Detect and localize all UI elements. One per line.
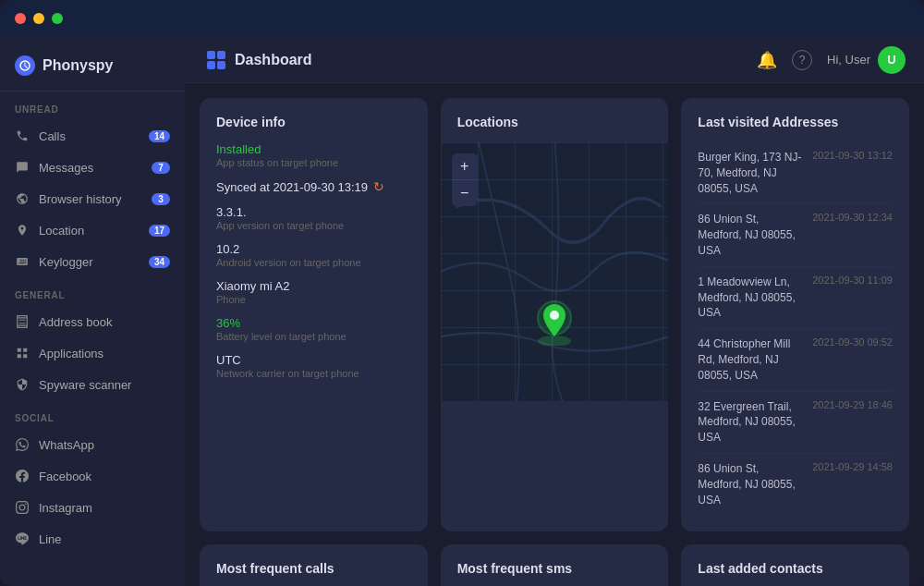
map-zoom-out[interactable]: − xyxy=(452,180,478,206)
address-row: Burger King, 173 NJ-70, Medford, NJ 0805… xyxy=(698,142,893,204)
calls-badge: 14 xyxy=(149,130,170,142)
map-zoom-in[interactable]: + xyxy=(452,153,478,179)
close-button[interactable] xyxy=(15,13,26,24)
logo-text: Phonyspy xyxy=(43,57,113,74)
device-phone-value: Xiaomy mi A2 xyxy=(216,279,411,293)
svg-rect-3 xyxy=(18,354,21,358)
applications-icon xyxy=(15,346,30,360)
location-icon xyxy=(15,223,30,238)
sidebar-item-browser-history[interactable]: Browser history 3 xyxy=(0,183,185,214)
device-info-card: Device info Installed App status on targ… xyxy=(200,98,428,531)
address-row: 1 Meadowview Ln, Medford, NJ 08055, USA2… xyxy=(698,267,893,329)
device-synced-value: Synced at 2021-09-30 13:19 ↻ xyxy=(216,179,411,194)
device-android-value: 10.2 xyxy=(216,242,411,256)
greeting-text: Hi, User xyxy=(827,53,870,67)
facebook-icon xyxy=(15,469,30,483)
last-visited-card: Last visited Addresses Burger King, 173 … xyxy=(681,98,909,531)
help-icon[interactable]: ? xyxy=(792,50,812,70)
sidebar-item-spyware-scanner[interactable]: Spyware scanner xyxy=(0,369,185,400)
last-visited-title: Last visited Addresses xyxy=(698,115,893,129)
address-book-label: Address book xyxy=(39,315,113,329)
applications-label: Applications xyxy=(39,347,103,360)
sidebar-item-applications[interactable]: Applications xyxy=(0,337,185,369)
sidebar: Phonyspy UNREAD Calls 14 Messages 7 Brow… xyxy=(0,37,185,586)
address-time: 2021-09-30 12:34 xyxy=(812,212,893,223)
device-phone-field: Xiaomy mi A2 Phone xyxy=(216,279,411,305)
map-pin xyxy=(536,299,573,346)
device-status-field: Installed App status on target phone xyxy=(216,142,411,168)
device-android-label: Android version on target phone xyxy=(216,257,411,268)
device-version-value: 3.3.1. xyxy=(216,205,411,219)
spyware-scanner-label: Spyware scanner xyxy=(39,378,131,392)
address-row: 44 Christopher Mill Rd, Medford, NJ 0805… xyxy=(698,329,893,391)
keylogger-label: Keylogger xyxy=(39,255,93,269)
avatar: U xyxy=(878,46,906,74)
last-contacts-card: Last added contacts Addy J2021-09-30 10:… xyxy=(681,544,909,586)
device-phone-label: Phone xyxy=(216,294,411,305)
whatsapp-label: WhatsApp xyxy=(39,438,94,452)
sidebar-item-whatsapp[interactable]: WhatsApp xyxy=(0,429,185,460)
notification-icon[interactable]: 🔔 xyxy=(757,50,777,70)
sidebar-item-messages[interactable]: Messages 7 xyxy=(0,152,185,183)
sidebar-item-keylogger[interactable]: Keylogger 34 xyxy=(0,246,185,277)
svg-point-7 xyxy=(550,311,559,320)
address-time: 2021-09-30 11:09 xyxy=(812,275,893,286)
browser-icon xyxy=(15,191,30,206)
dashboard-title: Dashboard xyxy=(235,52,312,68)
device-status-label: App status on target phone xyxy=(216,157,411,168)
address-time: 2021-09-30 09:52 xyxy=(812,336,893,348)
address-text: 44 Christopher Mill Rd, Medford, NJ 0805… xyxy=(698,336,805,383)
content-grid: Device info Installed App status on targ… xyxy=(185,83,924,586)
messages-label: Messages xyxy=(39,161,93,175)
address-row: 32 Evergreen Trail, Medford, NJ 08055, U… xyxy=(698,392,893,454)
sidebar-item-calls[interactable]: Calls 14 xyxy=(0,120,185,152)
maximize-button[interactable] xyxy=(52,13,63,24)
location-badge: 17 xyxy=(149,225,170,237)
svg-rect-1 xyxy=(18,348,21,352)
address-time: 2021-09-30 13:12 xyxy=(812,150,893,161)
calls-icon xyxy=(15,128,30,143)
main-content: Dashboard 🔔 ? Hi, User U Device info Ins… xyxy=(185,37,924,586)
device-battery-value: 36% xyxy=(216,316,411,330)
device-battery-label: Battery level on target phone xyxy=(216,331,411,342)
last-contacts-title: Last added contacts xyxy=(698,561,893,576)
address-text: 86 Union St, Medford, NJ 08055, USA xyxy=(698,212,805,258)
device-version-field: 3.3.1. App version on target phone xyxy=(216,205,411,231)
map-container: + − xyxy=(441,142,669,401)
address-text: 1 Meadowview Ln, Medford, NJ 08055, USA xyxy=(698,275,805,321)
device-network-value: UTC xyxy=(216,353,411,367)
map-controls: + − xyxy=(452,153,478,206)
device-android-field: 10.2 Android version on target phone xyxy=(216,242,411,268)
device-version-label: App version on target phone xyxy=(216,220,411,231)
device-info-title: Device info xyxy=(216,115,411,129)
svg-rect-4 xyxy=(23,354,27,358)
address-time: 2021-09-29 14:58 xyxy=(812,461,893,472)
sidebar-item-line[interactable]: Line xyxy=(0,523,185,555)
device-network-field: UTC Network carrier on target phone xyxy=(216,353,411,379)
avatar-initial: U xyxy=(887,53,895,67)
topnav: Dashboard 🔔 ? Hi, User U xyxy=(185,37,924,83)
sidebar-item-facebook[interactable]: Facebook xyxy=(0,460,185,492)
spyware-icon xyxy=(15,377,30,392)
section-general: GENERAL xyxy=(0,277,185,306)
device-battery-field: 36% Battery level on target phone xyxy=(216,316,411,342)
sidebar-item-location[interactable]: Location 17 xyxy=(0,214,185,246)
app-layout: Phonyspy UNREAD Calls 14 Messages 7 Brow… xyxy=(0,37,924,586)
frequent-calls-card: Most frequent calls +1 720 4563 12 45Mom… xyxy=(200,544,428,586)
dashboard-icon xyxy=(207,51,225,69)
line-label: Line xyxy=(39,532,62,546)
svg-point-5 xyxy=(538,336,571,346)
topnav-user: Hi, User U xyxy=(827,46,906,74)
refresh-icon[interactable]: ↻ xyxy=(373,179,384,194)
sidebar-item-address-book[interactable]: Address book xyxy=(0,306,185,337)
locations-title: Locations xyxy=(441,98,669,129)
minimize-button[interactable] xyxy=(33,13,44,24)
sidebar-logo: Phonyspy xyxy=(0,37,185,92)
keylogger-icon xyxy=(15,254,30,269)
browser-badge: 3 xyxy=(152,193,170,205)
frequent-sms-title: Most frequent sms xyxy=(457,561,652,576)
addresses-list: Burger King, 173 NJ-70, Medford, NJ 0805… xyxy=(698,142,893,515)
sidebar-item-instagram[interactable]: Instagram xyxy=(0,492,185,523)
calls-label: Calls xyxy=(39,129,66,143)
device-status-value: Installed xyxy=(216,142,411,156)
